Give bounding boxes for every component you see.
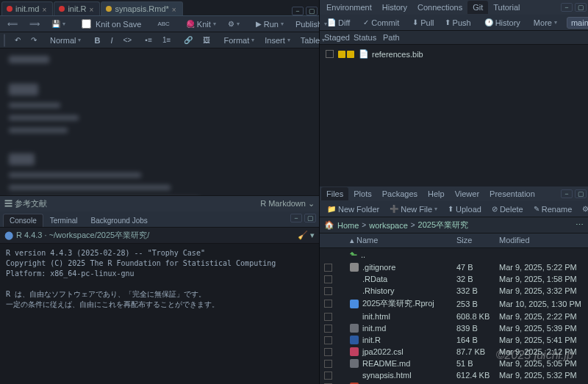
file-checkbox[interactable] xyxy=(324,360,332,368)
insert-menu[interactable]: Insert▾ xyxy=(261,34,294,47)
file-row[interactable]: synapsis.html612.4 KBMar 9, 2025, 5:32 P… xyxy=(320,369,588,381)
tab-tutorial[interactable]: Tutorial xyxy=(488,1,525,14)
file-icon xyxy=(350,300,359,308)
code-button[interactable]: <> xyxy=(119,34,135,46)
tab-environment[interactable]: Environment xyxy=(321,1,377,14)
file-icon xyxy=(350,347,359,356)
maximize-icon[interactable]: ▢ xyxy=(306,7,318,15)
spellcheck-button[interactable]: ABC xyxy=(154,18,173,29)
commit-button[interactable]: ✓Commit xyxy=(359,16,403,29)
tab-init-r[interactable]: init.R× xyxy=(54,1,100,15)
tab-files[interactable]: Files xyxy=(321,187,348,200)
file-checkbox[interactable] xyxy=(324,287,332,295)
save-button[interactable]: 💾▾ xyxy=(48,18,69,30)
delete-button[interactable]: ⊘Delete xyxy=(488,203,527,216)
git-header: StagedStatusPath xyxy=(320,31,588,45)
file-row[interactable]: init.md839 BMar 9, 2025, 5:39 PM xyxy=(320,322,588,334)
parent-dir-row[interactable]: ⬑ .. xyxy=(320,248,588,261)
git-history-button[interactable]: 🕐History xyxy=(481,16,524,29)
tab-console[interactable]: Console xyxy=(3,214,43,227)
console-output[interactable]: R version 4.4.3 (2025-02-28) -- "Trophy … xyxy=(0,244,319,385)
tab-history[interactable]: History xyxy=(377,1,412,14)
editor-file-tabs: init.md× init.R× synapsis.Rmd*× −▢ xyxy=(0,0,319,16)
knit-on-save-toggle[interactable]: Knit on Save xyxy=(78,17,145,31)
undo-button[interactable]: ↶ xyxy=(11,34,24,46)
tab-git[interactable]: Git xyxy=(467,1,488,14)
file-checkbox[interactable] xyxy=(324,275,332,283)
file-row[interactable]: init.html608.8 KBMar 9, 2025, 2:22 PM xyxy=(320,311,588,322)
maximize-icon[interactable]: ▢ xyxy=(304,214,316,222)
home-icon[interactable]: 🏠 xyxy=(324,220,334,230)
env-tabs: Environment History Connections Git Tuto… xyxy=(320,0,588,15)
upload-button[interactable]: ⬆Upload xyxy=(444,203,485,216)
tab-connections[interactable]: Connections xyxy=(412,1,467,14)
file-checkbox[interactable] xyxy=(324,348,332,356)
status-icon xyxy=(347,51,354,58)
minimize-icon[interactable]: − xyxy=(561,189,573,198)
format-menu[interactable]: Format▾ xyxy=(220,34,258,47)
style-select[interactable]: Normal▾ xyxy=(46,34,85,47)
push-button[interactable]: ⬆Push xyxy=(441,16,475,29)
maximize-icon[interactable]: ▢ xyxy=(575,3,587,12)
tab-synapsis-rmd[interactable]: synapsis.Rmd*× xyxy=(101,1,182,15)
tab-terminal[interactable]: Terminal xyxy=(43,214,85,227)
file-icon xyxy=(350,324,359,333)
files-more-button[interactable]: ⚙More▾ xyxy=(578,203,588,216)
file-row[interactable]: .Rhistory332 BMar 9, 2025, 3:32 PM xyxy=(320,285,588,297)
file-icon xyxy=(350,275,359,283)
branch-select[interactable]: main▾ xyxy=(567,17,588,29)
tab-help[interactable]: Help xyxy=(423,187,450,200)
file-checkbox[interactable] xyxy=(324,372,332,380)
run-button[interactable]: ▶Run▾ xyxy=(252,18,287,31)
visual-editor-toolbar: Source Visual ↶ ↷ Normal▾ B I <> ⦁≡ 1≡ 🔗… xyxy=(0,32,319,48)
numbered-list-button[interactable]: 1≡ xyxy=(159,34,174,46)
file-row[interactable]: 2025卒業研究.Rproj253 BMar 10, 2025, 1:30 PM xyxy=(320,297,588,311)
tab-init-md[interactable]: init.md× xyxy=(1,1,53,15)
maximize-icon[interactable]: ▢ xyxy=(575,189,587,198)
editor-pane[interactable]: 参考文献 [@amabile2017] xyxy=(0,48,319,195)
image-button[interactable]: 🖼 xyxy=(199,34,214,46)
knit-button[interactable]: 🧶Knit▾ xyxy=(182,18,220,31)
file-checkbox[interactable] xyxy=(324,264,332,272)
file-row[interactable]: synapsis.Rmd2.1 KBMar 9, 2025, 5:46 PM xyxy=(320,381,588,384)
file-checkbox[interactable] xyxy=(324,300,332,308)
console-path: ⬤R 4.4.3 · ~/workspace/2025卒業研究/ 🧹 ▾ xyxy=(0,228,319,244)
tab-plots[interactable]: Plots xyxy=(348,187,376,200)
rename-button[interactable]: ✎Rename xyxy=(530,203,576,216)
file-icon xyxy=(350,286,359,295)
bold-button[interactable]: B xyxy=(90,34,104,47)
file-icon xyxy=(350,336,359,344)
tab-presentation[interactable]: Presentation xyxy=(484,187,540,200)
file-icon xyxy=(350,371,359,380)
forward-button[interactable]: ⟹ xyxy=(26,18,43,30)
file-icon xyxy=(350,263,359,272)
new-folder-button[interactable]: 📁New Folder xyxy=(323,203,383,216)
tab-background-jobs[interactable]: Background Jobs xyxy=(85,214,154,227)
bullet-list-button[interactable]: ⦁≡ xyxy=(141,34,156,47)
file-checkbox[interactable] xyxy=(324,336,332,344)
link-button[interactable]: 🔗 xyxy=(180,34,196,46)
italic-button[interactable]: I xyxy=(107,34,116,47)
tab-viewer[interactable]: Viewer xyxy=(450,187,484,200)
minimize-icon[interactable]: − xyxy=(292,7,304,15)
tab-packages[interactable]: Packages xyxy=(377,187,423,200)
settings-button[interactable]: ⚙▾ xyxy=(224,18,243,30)
stage-checkbox[interactable] xyxy=(326,50,334,58)
file-row[interactable]: .RData32 BMar 9, 2025, 1:58 PM xyxy=(320,273,588,285)
more-icon[interactable]: ⋯ xyxy=(576,220,584,230)
breadcrumb[interactable]: 🏠 Home>workspace>2025卒業研究 ⋯ xyxy=(320,217,588,233)
back-button[interactable]: ⟸ xyxy=(4,18,21,30)
minimize-icon[interactable]: − xyxy=(290,214,302,222)
file-row[interactable]: .gitignore47 BMar 9, 2025, 5:22 PM xyxy=(320,261,588,273)
git-row-references[interactable]: 📄references.bib xyxy=(326,48,582,60)
file-row[interactable]: init.R164 BMar 9, 2025, 5:41 PM xyxy=(320,334,588,346)
file-checkbox[interactable] xyxy=(324,325,332,333)
diff-button[interactable]: 📄Diff xyxy=(323,16,354,29)
pull-button[interactable]: ⬇Pull xyxy=(409,16,437,29)
redo-button[interactable]: ↷ xyxy=(27,34,40,46)
minimize-icon[interactable]: − xyxy=(561,3,573,12)
source-visual-toggle[interactable]: Source Visual xyxy=(4,34,5,47)
new-file-button[interactable]: ➕New File▾ xyxy=(386,203,441,216)
git-more-button[interactable]: More▾ xyxy=(530,16,561,29)
file-checkbox[interactable] xyxy=(324,313,332,321)
